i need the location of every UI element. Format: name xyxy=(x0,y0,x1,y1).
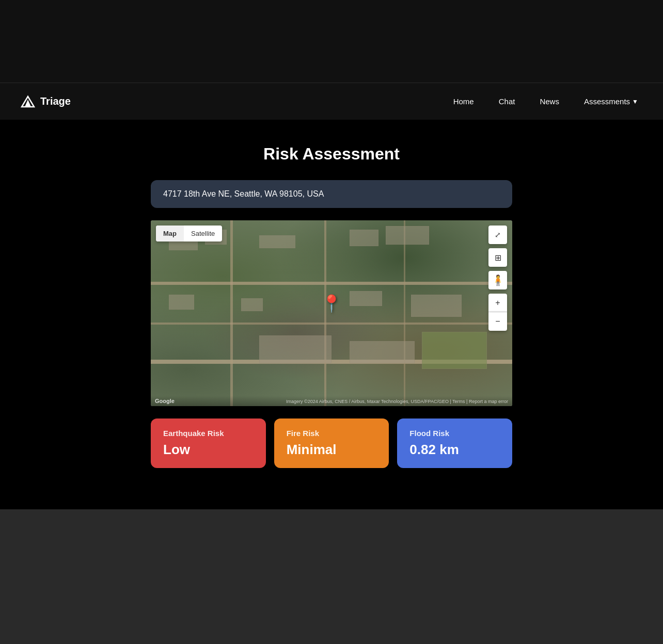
layers-icon: ⊞ xyxy=(495,253,501,263)
road-h1 xyxy=(151,282,512,285)
road-v3 xyxy=(404,220,405,406)
address-display: 4717 18th Ave NE, Seattle, WA 98105, USA xyxy=(151,180,512,208)
map-container: 📍 Map Satellite ⤢ ⊞ 🧍 + − xyxy=(151,220,512,406)
map-streetview-button[interactable]: 🧍 xyxy=(488,271,507,289)
road-v1 xyxy=(230,220,233,406)
brand-name: Triage xyxy=(40,95,71,107)
block xyxy=(350,341,415,363)
map-type-map-button[interactable]: Map xyxy=(156,226,184,242)
block xyxy=(350,291,382,306)
road-v2 xyxy=(324,220,326,406)
page-title: Risk Assessment xyxy=(21,144,642,164)
map-pin: 📍 xyxy=(321,294,342,313)
map-view[interactable]: 📍 Map Satellite ⤢ ⊞ 🧍 + − xyxy=(151,220,512,406)
block xyxy=(259,335,332,363)
nav-links: Home Chat News Assessments ▼ xyxy=(449,95,642,108)
main-content: Risk Assessment 4717 18th Ave NE, Seattl… xyxy=(0,120,663,509)
google-logo: Google xyxy=(155,398,175,404)
road-h2 xyxy=(151,323,512,325)
bottom-section xyxy=(0,509,663,644)
map-zoom-in-button[interactable]: + xyxy=(488,294,507,312)
earthquake-risk-card[interactable]: Earthquake Risk Low xyxy=(151,418,266,468)
block xyxy=(411,295,462,317)
flood-risk-label: Flood Risk xyxy=(409,429,500,438)
map-attribution: Imagery ©2024 Airbus, CNES / Airbus, Max… xyxy=(286,399,508,404)
top-bar xyxy=(0,0,663,83)
block xyxy=(259,235,295,248)
nav-news[interactable]: News xyxy=(535,95,563,108)
assessments-label: Assessments xyxy=(584,97,630,106)
map-footer: Google Imagery ©2024 Airbus, CNES / Airb… xyxy=(151,396,512,406)
mountain-icon xyxy=(21,94,35,109)
nav-chat[interactable]: Chat xyxy=(495,95,519,108)
fire-risk-card[interactable]: Fire Risk Minimal xyxy=(274,418,389,468)
block xyxy=(386,226,429,245)
chevron-down-icon: ▼ xyxy=(632,98,638,105)
map-type-satellite-button[interactable]: Satellite xyxy=(184,226,222,242)
risk-cards: Earthquake Risk Low Fire Risk Minimal Fl… xyxy=(151,418,512,468)
map-layers-button[interactable]: ⊞ xyxy=(488,248,507,267)
block xyxy=(350,230,378,246)
map-controls-right: ⤢ ⊞ 🧍 + − xyxy=(488,226,507,331)
flood-risk-card[interactable]: Flood Risk 0.82 km xyxy=(397,418,512,468)
earthquake-risk-value: Low xyxy=(163,442,254,458)
pegman-icon: 🧍 xyxy=(492,274,504,286)
flood-risk-value: 0.82 km xyxy=(409,442,500,458)
block xyxy=(169,295,194,310)
brand[interactable]: Triage xyxy=(21,94,71,109)
map-fullscreen-button[interactable]: ⤢ xyxy=(488,226,507,244)
block xyxy=(241,298,263,311)
map-type-controls: Map Satellite xyxy=(156,226,222,242)
nav-assessments[interactable]: Assessments ▼ xyxy=(580,95,642,108)
fullscreen-icon: ⤢ xyxy=(495,231,501,239)
block xyxy=(422,332,487,369)
earthquake-risk-label: Earthquake Risk xyxy=(163,429,254,438)
navbar: Triage Home Chat News Assessments ▼ xyxy=(0,83,663,120)
fire-risk-label: Fire Risk xyxy=(287,429,377,438)
nav-home[interactable]: Home xyxy=(449,95,478,108)
fire-risk-value: Minimal xyxy=(287,442,377,458)
map-zoom-out-button[interactable]: − xyxy=(488,312,507,331)
map-zoom-controls: + − xyxy=(488,294,507,331)
